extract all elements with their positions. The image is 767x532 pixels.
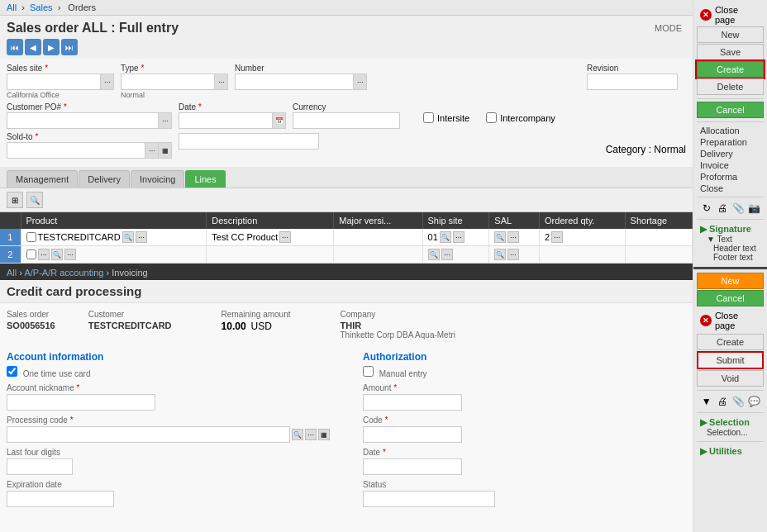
nav-first[interactable]: ⏮: [7, 39, 23, 55]
top-save-btn[interactable]: Save: [697, 44, 764, 60]
top-close-page-btn[interactable]: ✕ Close page: [697, 3, 764, 26]
row-1-product-search[interactable]: 🔍: [122, 231, 134, 243]
dropdown-icon[interactable]: ▼: [700, 395, 712, 408]
tab-delivery[interactable]: Delivery: [79, 170, 130, 188]
revision-input[interactable]: 0: [587, 74, 678, 90]
intercompany-checkbox[interactable]: [486, 112, 497, 123]
type-input[interactable]: SON: [121, 74, 215, 90]
row-2-product-search[interactable]: 🔍: [51, 249, 63, 260]
bottom-new-btn[interactable]: New: [697, 273, 764, 289]
print-icon[interactable]: 🖨: [716, 202, 728, 215]
one-time-use-checkbox[interactable]: [7, 366, 17, 377]
sales-site-input[interactable]: 01: [7, 74, 101, 90]
top-create-btn[interactable]: Create: [697, 61, 764, 78]
close-icon: ✕: [700, 9, 712, 21]
top-new-btn[interactable]: New: [697, 26, 764, 43]
selection-sub[interactable]: Selection...: [700, 428, 760, 437]
processing-code-btn1[interactable]: ⋯: [305, 429, 317, 440]
row-1-check[interactable]: [26, 232, 36, 242]
top-delete-btn[interactable]: Delete: [697, 78, 764, 95]
sidebar-delivery[interactable]: Delivery: [697, 148, 764, 159]
search-btn[interactable]: 🔍: [26, 192, 43, 208]
selection-title[interactable]: ▶ Selection: [700, 417, 760, 428]
signature-header[interactable]: Header text: [700, 244, 760, 253]
breadcrumb-sales[interactable]: Sales: [30, 2, 53, 12]
row-2-product-detail[interactable]: ⋯: [64, 249, 76, 260]
row-2-shortage: [625, 246, 692, 264]
last-four-input[interactable]: [7, 458, 73, 475]
sold-to-btn1[interactable]: ⋯: [145, 142, 159, 159]
row-1-sal-search[interactable]: 🔍: [494, 231, 506, 243]
sold-to-name-input[interactable]: [179, 133, 319, 150]
row-1-product-detail[interactable]: ⋯: [136, 231, 147, 243]
breadcrumb-all[interactable]: All: [7, 2, 17, 12]
bottom-close-page-btn[interactable]: ✕ Close page: [697, 309, 764, 332]
row-1-ship-search[interactable]: 🔍: [440, 231, 451, 243]
breadcrumb-bottom-all[interactable]: All: [7, 268, 17, 278]
currency-input[interactable]: USD: [293, 112, 400, 129]
date-input[interactable]: 07/15/19: [179, 112, 273, 129]
attach-icon[interactable]: 📎: [732, 202, 745, 215]
sidebar-preparation[interactable]: Preparation: [697, 136, 764, 148]
row-2-sal-search[interactable]: 🔍: [494, 249, 506, 260]
signature-title[interactable]: ▶ Signature: [700, 224, 760, 235]
bottom-submit-btn[interactable]: Submit: [697, 351, 764, 369]
number-btn[interactable]: ⋯: [354, 74, 367, 90]
processing-code-search[interactable]: 🔍: [292, 429, 303, 440]
nav-prev[interactable]: ◀: [25, 39, 41, 55]
nav-last[interactable]: ⏭: [61, 39, 78, 55]
signature-text[interactable]: ▼ Text: [700, 235, 760, 244]
sales-site-btn[interactable]: ⋯: [101, 74, 114, 90]
account-section-title: Account information: [7, 351, 330, 363]
amount-input[interactable]: [363, 394, 462, 411]
top-cancel-btn[interactable]: Cancel: [697, 102, 764, 118]
sidebar-invoice[interactable]: Invoice: [697, 159, 764, 171]
tab-invoicing[interactable]: Invoicing: [131, 170, 184, 188]
sold-to-input[interactable]: TESTCREDITCARD: [7, 142, 145, 159]
row-2-product-btn[interactable]: ⋯: [38, 249, 50, 260]
row-2-ship-detail[interactable]: ⋯: [441, 249, 453, 260]
row-1-product[interactable]: TESTCREDITCARD 🔍 ⋯: [21, 229, 207, 246]
bottom-cancel-btn[interactable]: Cancel: [697, 290, 764, 306]
bottom-void-btn[interactable]: Void: [697, 370, 764, 387]
breadcrumb-bottom-accounting[interactable]: A/P-A/R accounting: [24, 268, 103, 278]
add-row-btn[interactable]: ⊞: [7, 192, 23, 208]
camera-icon[interactable]: 📷: [748, 202, 760, 215]
sidebar-close[interactable]: Close: [697, 183, 764, 194]
row-1-desc-btn[interactable]: ⋯: [279, 231, 291, 243]
customer-po-btn[interactable]: ⋯: [159, 112, 172, 129]
row-1-ship-detail[interactable]: ⋯: [453, 231, 464, 243]
signature-footer[interactable]: Footer text: [700, 253, 760, 262]
refresh-icon[interactable]: ↻: [700, 202, 712, 215]
row-2-check[interactable]: [26, 249, 36, 259]
processing-code-btn2[interactable]: ▦: [318, 429, 330, 440]
intersite-checkbox[interactable]: [423, 112, 434, 123]
bottom-create-btn[interactable]: Create: [697, 334, 764, 350]
manual-entry-checkbox[interactable]: [363, 366, 374, 377]
type-btn[interactable]: ⋯: [215, 74, 228, 90]
account-nickname-input[interactable]: [7, 394, 155, 411]
number-input[interactable]: [235, 74, 354, 90]
sidebar-allocation[interactable]: Allocation: [697, 125, 764, 136]
auth-date-input[interactable]: [363, 458, 462, 475]
customer-po-input[interactable]: Credit Card Test: [7, 112, 159, 129]
row-2-ship-search[interactable]: 🔍: [428, 249, 440, 260]
code-input[interactable]: [363, 426, 462, 443]
row-2-sal-detail[interactable]: ⋯: [507, 249, 519, 260]
sold-to-btn2[interactable]: ▦: [159, 142, 172, 159]
tab-management[interactable]: Management: [7, 170, 78, 188]
row-2-product[interactable]: ⋯ 🔍 ⋯: [21, 246, 207, 264]
bottom-attach-icon[interactable]: 📎: [732, 395, 745, 408]
row-1-qty-btn[interactable]: ⋯: [551, 231, 563, 243]
row-1-sal-detail[interactable]: ⋯: [507, 231, 519, 243]
sidebar-proforma[interactable]: Proforma: [697, 171, 764, 183]
status-input[interactable]: [363, 491, 495, 507]
processing-code-input[interactable]: CCTEST: [7, 426, 290, 443]
utilities-title[interactable]: ▶ Utilities: [700, 446, 760, 457]
bottom-print-icon[interactable]: 🖨: [716, 395, 728, 408]
date-calendar-btn[interactable]: 📅: [273, 112, 286, 129]
expiration-input[interactable]: [7, 491, 114, 507]
tab-lines[interactable]: Lines: [185, 170, 225, 188]
nav-next[interactable]: ▶: [43, 39, 60, 55]
chat-icon[interactable]: 💬: [748, 395, 760, 408]
